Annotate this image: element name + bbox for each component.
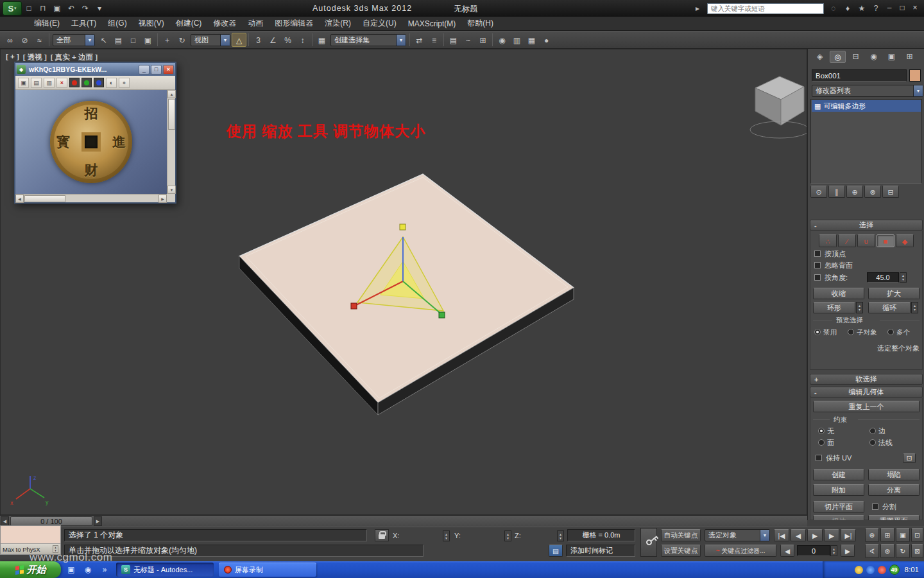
menu-item-views[interactable]: 视图(V) (133, 17, 170, 30)
align-icon[interactable]: ≡ (427, 33, 441, 47)
ring-button[interactable]: 环形 (813, 302, 855, 313)
named-selection-set-combo[interactable]: 创建选择集 ▼ (330, 34, 406, 46)
subobject-border-icon[interactable]: ∪ (857, 234, 875, 247)
rendered-frame-window-icon[interactable]: ▦ (524, 33, 539, 47)
play-button[interactable]: ▶ (807, 529, 823, 541)
search-input[interactable] (707, 3, 824, 14)
viewer-delete-icon[interactable]: × (56, 78, 67, 88)
tab-display-icon[interactable]: ▣ (884, 51, 900, 63)
viewer-titlebar[interactable]: ◆ wKhQc1RBYG-EKEkW... _ □ × (15, 63, 175, 76)
object-name-field[interactable]: Box001 (812, 69, 907, 82)
menu-item-maxscript[interactable]: MAXScript(M) (402, 17, 462, 30)
taskbar-task-screen-record[interactable]: 屏幕录制 (219, 563, 316, 577)
taskbar-task-3dsmax[interactable]: S 无标题 - Autodes... (116, 563, 214, 577)
shrink-button[interactable]: 收缩 (813, 288, 864, 299)
menu-item-customize[interactable]: 自定义(U) (357, 17, 402, 30)
by-angle-checkbox[interactable] (814, 274, 821, 281)
tab-create-icon[interactable]: ◈ (812, 51, 828, 63)
current-frame-field[interactable]: 0 (797, 545, 830, 556)
constraint-none-radio[interactable] (818, 428, 825, 434)
menu-item-animation[interactable]: 动画 (242, 17, 269, 30)
time-slider-track[interactable]: ◀ 0 / 100 ▶ (0, 515, 807, 527)
app-logo-button[interactable]: S ▾ (3, 1, 22, 15)
window-minimize-button[interactable]: – (883, 3, 896, 14)
schematic-view-icon[interactable]: ⊞ (475, 33, 490, 47)
rollout-edit-geometry-header[interactable]: - 编辑几何体 (810, 387, 923, 398)
time-slider-left-arrow[interactable]: ◀ (1, 516, 9, 526)
redo-icon[interactable]: ↷ (78, 2, 92, 15)
window-maximize-button[interactable]: □ (896, 3, 909, 14)
workspace-caret-icon[interactable]: ▾ (92, 2, 107, 15)
time-slider-right-arrow[interactable]: ▶ (94, 516, 102, 526)
constraint-face-radio[interactable] (818, 439, 825, 446)
vertical-scroll-thumb[interactable] (168, 99, 175, 130)
viewer-vertical-scrollbar[interactable]: ▲ ▼ (167, 90, 175, 194)
ignore-backfacing-checkbox[interactable] (814, 262, 821, 268)
select-and-move-icon[interactable]: + (160, 33, 175, 47)
preview-subobject-radio[interactable] (848, 329, 854, 335)
quick-launch-more-icon[interactable]: » (98, 563, 111, 576)
subobject-edge-icon[interactable]: ∕ (838, 234, 856, 247)
set-key-mode-button[interactable]: 设置关键点 (661, 545, 701, 557)
angle-spinner[interactable] (900, 272, 907, 283)
mirror-icon[interactable]: ⇄ (412, 33, 427, 47)
preserve-uv-checkbox[interactable] (816, 455, 822, 461)
gizmo-z-handle[interactable] (400, 224, 406, 230)
view-cube[interactable] (737, 64, 807, 147)
ring-spinner[interactable] (856, 302, 863, 313)
open-file-icon[interactable]: ⊓ (36, 2, 50, 15)
step-back-button[interactable]: ◀ (780, 545, 794, 557)
split-checkbox[interactable] (872, 504, 878, 510)
scroll-right-icon[interactable]: ▶ (158, 195, 167, 203)
select-and-scale-icon[interactable]: △ (232, 33, 246, 47)
pin-stack-icon[interactable]: ⊙ (810, 186, 827, 198)
menu-item-graph-editors[interactable]: 图形编辑器 (269, 17, 319, 30)
viewer-gray-dot-icon[interactable]: ● (119, 78, 130, 88)
reset-plane-button[interactable]: 重置平面 (868, 515, 920, 520)
render-production-icon[interactable]: ● (539, 33, 554, 47)
save-file-icon[interactable]: ▣ (50, 2, 64, 15)
selection-filter-dropdown[interactable]: 全部 ▼ (53, 34, 95, 46)
horizontal-scroll-thumb[interactable] (24, 195, 65, 202)
menu-item-modifiers[interactable]: 修改器 (207, 17, 242, 30)
record-blue-button[interactable] (94, 78, 104, 87)
modifier-list-dropdown[interactable]: 修改器列表 ▼ (812, 85, 923, 97)
menu-item-help[interactable]: 帮助(H) (461, 17, 499, 30)
key-filter-scope-dropdown[interactable]: 选定对象 ▼ (705, 529, 770, 541)
tray-icon-yellow[interactable] (855, 566, 863, 574)
material-swatch[interactable] (1, 526, 60, 544)
quick-launch-show-desktop-icon[interactable]: ▣ (65, 563, 78, 576)
modifier-stack[interactable]: ▦ 可编辑多边形 (810, 99, 922, 184)
slice-plane-button[interactable]: 切片平面 (813, 501, 864, 512)
record-red-button[interactable] (69, 78, 80, 87)
window-crossing-toggle-icon[interactable]: ▣ (141, 33, 155, 47)
viewer-system-icon[interactable]: ◆ (17, 65, 26, 74)
by-vertex-checkbox[interactable] (814, 250, 821, 257)
show-end-result-icon[interactable]: ∥ (828, 186, 845, 198)
nav-zoom-extents-icon[interactable]: ▣ (896, 528, 910, 542)
constraint-normal-radio[interactable] (869, 439, 876, 446)
select-object-icon[interactable]: ↖ (96, 33, 111, 47)
nav-zoom-icon[interactable]: ⊕ (865, 528, 879, 542)
menu-item-tools[interactable]: 工具(T) (65, 17, 102, 30)
step-forward-button[interactable]: ▶ (841, 545, 855, 557)
render-setup-icon[interactable]: ▥ (509, 33, 524, 47)
x-spinner[interactable] (443, 530, 450, 541)
frame-spinner[interactable] (830, 545, 837, 556)
previous-frame-button[interactable]: ◀ (791, 529, 806, 541)
bind-to-space-warp-icon[interactable]: ≈ (32, 33, 47, 47)
gizmo-y-handle[interactable] (439, 312, 445, 318)
tray-icon-red[interactable] (878, 566, 886, 574)
angle-value-field[interactable]: 45.0 (867, 272, 899, 283)
viewer-close-button[interactable]: × (163, 65, 174, 74)
search-icon[interactable]: ◌ (826, 2, 841, 15)
remove-modifier-icon[interactable]: ⊗ (864, 186, 881, 198)
nav-pan-icon[interactable]: ⊛ (880, 544, 894, 558)
angle-snap-icon[interactable]: ∠ (266, 33, 280, 47)
select-by-name-icon[interactable]: ▤ (111, 33, 126, 47)
viewer-horizontal-scrollbar[interactable]: ◀ ▶ (15, 194, 167, 202)
viewer-copy-icon[interactable]: ▤ (31, 78, 42, 88)
rectangular-selection-region-icon[interactable]: □ (126, 33, 141, 47)
tab-utilities-icon[interactable]: ⊞ (902, 51, 918, 63)
infocenter-arrow-icon[interactable]: ▸ (690, 2, 705, 15)
